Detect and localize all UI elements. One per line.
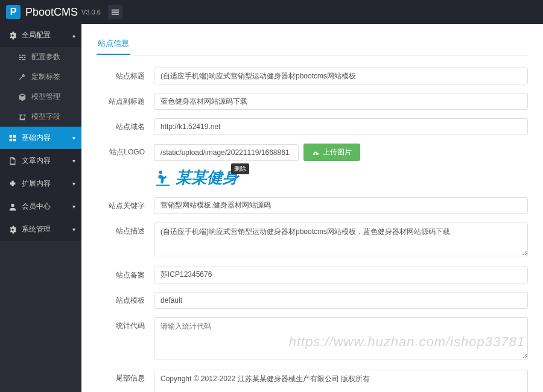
sidebar: 全局配置 ▴ 配置参数 定制标签 模型管理 模型字段 基础内容 ▾ 文章内容 ▾ xyxy=(0,24,81,392)
file-icon xyxy=(8,157,17,165)
puzzle-icon xyxy=(8,180,17,188)
nav-group-global-config[interactable]: 全局配置 ▴ xyxy=(0,24,81,47)
nav-sub-label: 配置参数 xyxy=(31,52,60,62)
input-site-keywords[interactable] xyxy=(154,197,528,214)
nav-group-member-center[interactable]: 会员中心 ▾ xyxy=(0,195,81,218)
upload-btn-label: 上传图片 xyxy=(323,147,352,157)
cloud-upload-icon xyxy=(312,149,319,156)
nav-sub-label: 模型管理 xyxy=(31,92,60,102)
nav-label: 扩展内容 xyxy=(22,179,51,189)
textarea-stat-code[interactable] xyxy=(154,317,528,359)
input-site-template[interactable] xyxy=(154,292,528,309)
label-site-domain: 站点域名 xyxy=(97,118,154,132)
label-site-keywords: 站点关键字 xyxy=(97,197,154,211)
nav-sub-label: 定制标签 xyxy=(31,72,60,82)
sliders-icon xyxy=(18,53,27,62)
cube-icon xyxy=(18,93,27,101)
brand-name: PbootCMS xyxy=(25,6,78,19)
caret-down-icon: ▾ xyxy=(72,226,75,233)
nav-label: 全局配置 xyxy=(22,30,51,40)
caret-down-icon: ▾ xyxy=(72,134,75,141)
textarea-footer-info[interactable]: Copyright © 2012-2022 江苏某某健身器械生产有限公司 版权所… xyxy=(154,370,528,393)
logo-badge: P xyxy=(6,5,21,19)
logo-preview-text: 某某健身 xyxy=(176,167,238,188)
input-site-logo-path[interactable] xyxy=(154,144,299,161)
label-stat-code: 统计代码 xyxy=(97,317,154,331)
input-site-icp[interactable] xyxy=(154,267,528,283)
nav-sub-config-params[interactable]: 配置参数 xyxy=(0,47,81,67)
sidebar-toggle-button[interactable] xyxy=(108,5,122,19)
nav-label: 会员中心 xyxy=(22,201,51,212)
label-footer-info: 尾部信息 xyxy=(97,370,154,384)
input-site-title[interactable] xyxy=(154,68,528,84)
main-content: 站点信息 站点标题 站点副标题 站点域名 站点LOGO 上传图片 xyxy=(81,24,543,392)
nav-group-ext-content[interactable]: 扩展内容 ▾ xyxy=(0,172,81,195)
nav-label: 系统管理 xyxy=(22,224,51,235)
external-icon xyxy=(18,113,27,121)
caret-down-icon: ▾ xyxy=(72,180,75,187)
grid-icon xyxy=(8,134,17,142)
nav-group-basic-content[interactable]: 基础内容 ▾ xyxy=(0,127,81,150)
nav-group-system-manage[interactable]: 系统管理 ▾ xyxy=(0,218,81,241)
wrench-icon xyxy=(18,73,27,81)
svg-point-0 xyxy=(159,170,162,174)
caret-up-icon: ▴ xyxy=(72,32,75,39)
nav-group-article-content[interactable]: 文章内容 ▾ xyxy=(0,150,81,172)
menu-icon xyxy=(111,8,119,16)
label-site-subtitle: 站点副标题 xyxy=(97,93,154,107)
tab-site-info[interactable]: 站点信息 xyxy=(97,33,130,55)
gear-icon xyxy=(8,31,17,40)
input-site-domain[interactable] xyxy=(154,118,528,135)
label-site-title: 站点标题 xyxy=(97,68,154,81)
nav-label: 基础内容 xyxy=(22,133,51,143)
label-site-template: 站点模板 xyxy=(97,292,154,306)
version-label: V3.0.6 xyxy=(81,8,101,16)
label-site-logo: 站点LOGO xyxy=(97,144,154,157)
nav-sub-label: 模型字段 xyxy=(31,112,60,122)
fitness-man-icon xyxy=(154,169,172,187)
delete-logo-tag[interactable]: 删除 xyxy=(231,163,249,174)
nav-label: 文章内容 xyxy=(22,156,51,166)
nav-sub-model-manage[interactable]: 模型管理 xyxy=(0,87,81,107)
upload-image-button[interactable]: 上传图片 xyxy=(303,144,360,161)
gear-icon xyxy=(8,226,17,234)
input-site-subtitle[interactable] xyxy=(154,93,528,110)
caret-down-icon: ▾ xyxy=(72,203,75,210)
nav-sub-model-fields[interactable]: 模型字段 xyxy=(0,107,81,127)
label-site-description: 站点描述 xyxy=(97,223,154,236)
caret-down-icon: ▾ xyxy=(72,157,75,164)
user-icon xyxy=(8,203,17,211)
label-site-icp: 站点备案 xyxy=(97,267,154,280)
nav-sub-custom-tags[interactable]: 定制标签 xyxy=(0,67,81,87)
tab-bar: 站点信息 xyxy=(97,33,528,55)
logo-preview[interactable]: 某某健身 删除 xyxy=(154,167,238,188)
textarea-site-description[interactable]: (自适应手机端)响应式营销型运动健身器材pbootcms网站模板，蓝色健身器材网… xyxy=(154,223,528,256)
